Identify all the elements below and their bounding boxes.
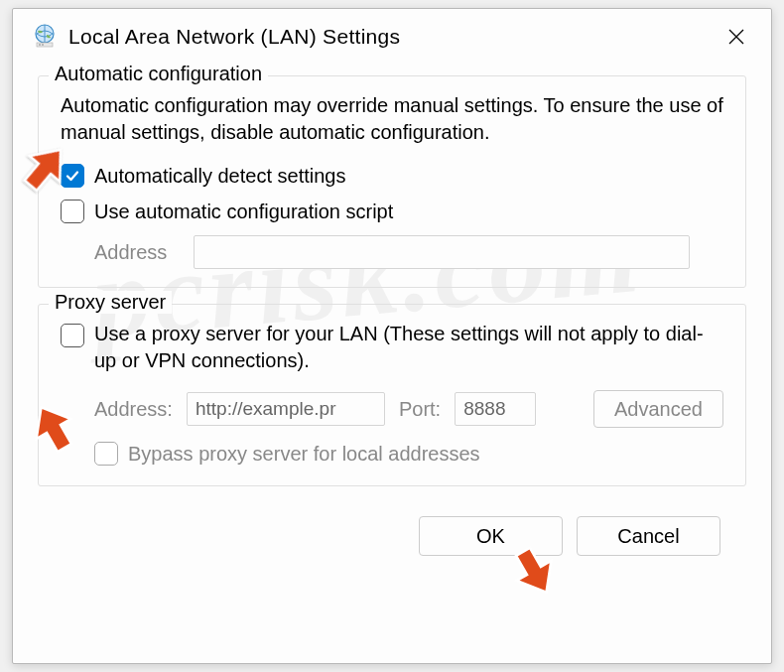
cancel-button[interactable]: Cancel (577, 516, 720, 556)
dialog-footer: OK Cancel (38, 502, 746, 556)
automatic-configuration-group: Automatic configuration Automatic config… (38, 75, 746, 288)
group-legend: Automatic configuration (49, 63, 268, 85)
advanced-button[interactable]: Advanced (593, 390, 723, 428)
auto-detect-checkbox[interactable] (61, 164, 84, 188)
proxy-address-label: Address: (94, 398, 173, 421)
use-script-label: Use automatic configuration script (94, 201, 393, 223)
proxy-address-input[interactable] (187, 392, 385, 426)
use-script-row: Use automatic configuration script (61, 200, 723, 223)
dialog-content: Automatic configuration Automatic config… (13, 64, 771, 556)
use-proxy-row: Use a proxy server for your LAN (These s… (61, 321, 723, 374)
proxy-port-label: Port: (399, 398, 441, 421)
auto-detect-label: Automatically detect settings (94, 165, 345, 188)
use-proxy-checkbox[interactable] (61, 324, 84, 347)
globe-icon (31, 23, 59, 51)
proxy-fields: Address: Port: Advanced (94, 390, 723, 428)
proxy-server-group: Proxy server Use a proxy server for your… (38, 304, 746, 486)
auto-detect-row: Automatically detect settings (61, 164, 723, 188)
close-button[interactable] (714, 14, 759, 60)
window-title: Local Area Network (LAN) Settings (68, 25, 714, 49)
close-icon (727, 28, 745, 46)
proxy-port-input[interactable] (455, 392, 536, 426)
use-script-checkbox[interactable] (61, 200, 84, 223)
script-address-label: Address (94, 241, 184, 264)
titlebar: Local Area Network (LAN) Settings (13, 9, 771, 64)
use-proxy-label: Use a proxy server for your LAN (These s… (94, 321, 723, 374)
lan-settings-dialog: Local Area Network (LAN) Settings pcrisk… (12, 8, 772, 664)
group-legend: Proxy server (49, 291, 172, 314)
script-address-input[interactable] (194, 235, 690, 269)
bypass-row: Bypass proxy server for local addresses (94, 442, 723, 466)
bypass-label: Bypass proxy server for local addresses (128, 443, 480, 466)
auto-config-description: Automatic configuration may override man… (61, 92, 723, 146)
checkmark-icon (65, 168, 80, 184)
bypass-checkbox[interactable] (94, 442, 118, 466)
script-address-row: Address (61, 235, 723, 269)
ok-button[interactable]: OK (419, 516, 563, 556)
